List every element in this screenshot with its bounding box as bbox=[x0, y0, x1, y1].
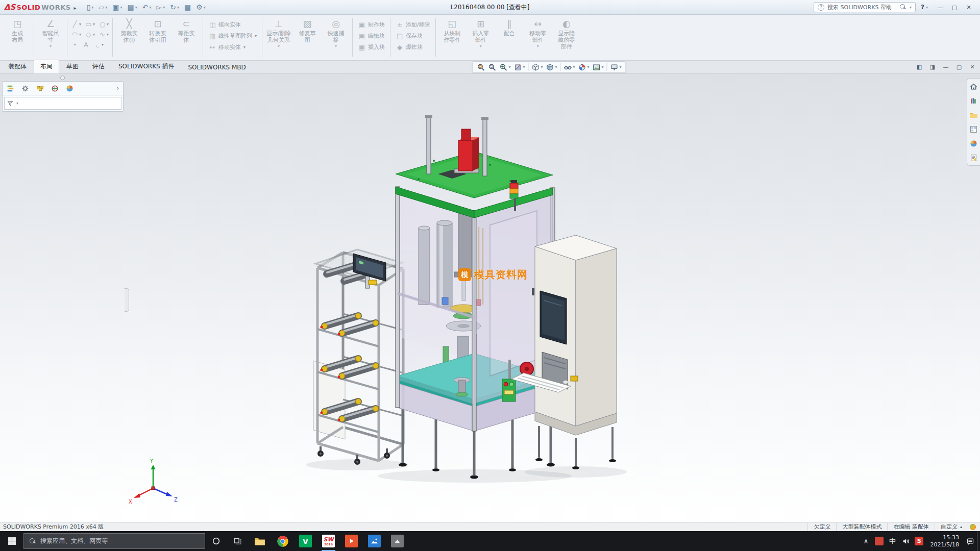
edit-block-button[interactable]: ▣编辑块 bbox=[355, 31, 387, 41]
minimize-button[interactable]: — bbox=[933, 2, 947, 13]
move-component-button[interactable]: ↔移动零部件▾ bbox=[524, 16, 552, 59]
sketch-rectangle-button[interactable]: ▭▾ bbox=[84, 20, 96, 29]
graphics-area[interactable]: X Y Z bbox=[0, 74, 980, 522]
add-remove-entities-button[interactable]: ±添加/移除 bbox=[393, 20, 433, 30]
sketch-fillet-button[interactable]: ◟▾ bbox=[92, 40, 105, 49]
zoom-to-fit-button[interactable] bbox=[475, 63, 486, 72]
tab-configurationmanager[interactable] bbox=[35, 83, 45, 93]
show-desktop-button[interactable] bbox=[977, 531, 980, 551]
show-hidden-components-button[interactable]: ◐显示隐藏的零部件 bbox=[553, 16, 580, 59]
featuremanager-rollback-handle[interactable] bbox=[60, 76, 65, 80]
tray-tray-app-red[interactable] bbox=[873, 531, 886, 551]
cabinet-monitor[interactable] bbox=[540, 291, 567, 344]
taskbar-app-solidworks-2016[interactable]: SW2016 bbox=[317, 531, 340, 551]
section-view-button[interactable]: ▾ bbox=[512, 63, 526, 72]
make-part-from-block-button[interactable]: ◱从块制作零件 bbox=[438, 16, 466, 59]
file-properties-button[interactable]: ▦ bbox=[182, 3, 193, 12]
featuremanager-filter[interactable]: ▾ bbox=[4, 97, 121, 110]
tray-ime-chinese[interactable]: 中 bbox=[886, 531, 899, 551]
mate-button[interactable]: ∥配合 bbox=[496, 16, 523, 59]
pane-right-button[interactable]: ◨ bbox=[926, 62, 939, 71]
taskpane-tab-solidworks-resources[interactable] bbox=[969, 81, 979, 91]
featuremanager-expand-arrow[interactable]: › bbox=[115, 85, 120, 92]
tab-solidworks-mbd[interactable]: SOLIDWORKS MBD bbox=[181, 61, 252, 73]
tab-propertymanager[interactable] bbox=[20, 83, 30, 93]
taskbar-app-viewer-app[interactable] bbox=[386, 531, 409, 551]
view-orientation-button[interactable]: ▾ bbox=[530, 63, 544, 72]
mirror-entities-button[interactable]: ◫镜向实体 bbox=[206, 20, 259, 30]
apply-scene-button[interactable]: ▾ bbox=[591, 63, 605, 72]
tab-layout[interactable]: 布局 bbox=[34, 60, 59, 73]
statusbar-custom-button[interactable]: 自定义 ▴ bbox=[935, 523, 968, 531]
help-search-box[interactable]: ? 搜索 SOLIDWORKS 帮助 ▾ bbox=[814, 2, 916, 12]
insert-components-button[interactable]: ⊞插入零部件▾ bbox=[467, 16, 495, 59]
sketch-point-button[interactable]: • bbox=[70, 40, 80, 49]
sketch-text-button[interactable]: A bbox=[81, 40, 91, 49]
previous-view-button[interactable]: ▾ bbox=[498, 63, 512, 72]
filter-dropdown-icon[interactable]: ▾ bbox=[16, 101, 18, 106]
graphics-viewport[interactable]: X Y Z › ▾ 模 模具资料网 bbox=[0, 74, 980, 522]
sketch-arc-button[interactable]: ◠▾ bbox=[70, 30, 82, 39]
taskpane-tab-file-explorer[interactable] bbox=[969, 110, 979, 120]
search-dropdown-icon[interactable]: ▾ bbox=[910, 5, 912, 10]
sketch-polygon-button[interactable]: ◇▾ bbox=[84, 30, 96, 39]
roller-rack[interactable] bbox=[313, 249, 403, 465]
tab-dimxpertmanager[interactable] bbox=[50, 83, 60, 93]
sketch-circle-button[interactable]: ○▾ bbox=[97, 20, 110, 29]
display-delete-relations-button[interactable]: ⊥显示/删除几何关系▾ bbox=[265, 16, 292, 59]
start-button[interactable] bbox=[0, 531, 23, 551]
edit-appearance-button[interactable]: ▾ bbox=[577, 63, 591, 72]
tab-sketch[interactable]: 草图 bbox=[60, 60, 85, 73]
view-settings-button[interactable]: ▾ bbox=[609, 63, 623, 72]
save-document-button[interactable]: ▣▾ bbox=[110, 3, 124, 12]
tab-featuremanager-tree[interactable] bbox=[5, 83, 15, 93]
insert-block-button[interactable]: ▣插入块 bbox=[355, 42, 387, 52]
tray-volume[interactable] bbox=[899, 531, 913, 551]
tab-solidworks-addins[interactable]: SOLIDWORKS 插件 bbox=[112, 60, 181, 73]
hide-show-items-button[interactable]: ▾ bbox=[562, 63, 577, 72]
taskbar-app-media-player[interactable] bbox=[340, 531, 363, 551]
explode-block-button[interactable]: ◆爆炸块 bbox=[393, 42, 433, 52]
sketch-spline-button[interactable]: ∿▾ bbox=[97, 30, 110, 39]
print-document-button[interactable]: ▤▾ bbox=[125, 3, 139, 12]
select-button[interactable]: ▻▾ bbox=[154, 3, 167, 12]
linear-sketch-pattern-button[interactable]: ▦线性草图阵列▾ bbox=[206, 31, 259, 41]
convert-entities-button[interactable]: ⊡转换实体引用 bbox=[144, 16, 172, 59]
taskbar-search-box[interactable]: 搜索应用、文档、网页等 bbox=[23, 533, 205, 549]
pane-left-button[interactable]: ◧ bbox=[913, 62, 925, 71]
tab-displaymanager[interactable] bbox=[64, 83, 75, 93]
taskbar-clock[interactable]: 15:33 2021/5/18 bbox=[926, 534, 964, 548]
tab-evaluate[interactable]: 评估 bbox=[86, 60, 111, 73]
hidden-icons-button[interactable]: ∧ bbox=[860, 531, 873, 551]
taskpane-tab-design-library[interactable] bbox=[969, 95, 979, 106]
undo-button[interactable]: ↶▾ bbox=[140, 3, 154, 12]
new-document-button[interactable]: ▯▾ bbox=[85, 3, 96, 12]
taskbar-app-v-app[interactable]: V bbox=[294, 531, 317, 551]
smart-dimension-button[interactable]: ∠智能尺寸▾ bbox=[37, 16, 64, 59]
sketch-line-button[interactable]: ╱▾ bbox=[70, 20, 82, 29]
help-button[interactable]: ? ▾ bbox=[919, 4, 930, 11]
tab-assembly[interactable]: 装配体 bbox=[2, 60, 33, 73]
menu-flyout-arrow-icon[interactable]: ▸ bbox=[74, 5, 77, 11]
taskbar-app-chrome[interactable] bbox=[271, 531, 294, 551]
rebuild-button[interactable]: ↻▾ bbox=[168, 3, 181, 12]
minimize-document-button[interactable]: — bbox=[940, 62, 952, 71]
open-document-button[interactable]: ▱▾ bbox=[96, 3, 109, 12]
close-button[interactable]: ✕ bbox=[962, 2, 976, 13]
resource-monitor-icon[interactable] bbox=[970, 524, 976, 530]
close-document-button[interactable]: ✕ bbox=[966, 62, 978, 71]
task-view-button[interactable] bbox=[227, 531, 248, 551]
trim-entities-button[interactable]: ╳剪裁实体(I) bbox=[115, 16, 143, 59]
taskpane-tab-custom-properties[interactable] bbox=[969, 153, 979, 163]
action-center-button[interactable] bbox=[964, 531, 977, 551]
make-block-button[interactable]: ▣制作块 bbox=[355, 20, 387, 30]
panel-splitter-handle[interactable] bbox=[125, 288, 129, 312]
taskbar-app-file-explorer[interactable] bbox=[248, 531, 271, 551]
display-style-button[interactable]: ▾ bbox=[544, 63, 558, 72]
repair-sketch-button[interactable]: ▧修复草图 bbox=[293, 16, 321, 59]
zoom-to-area-button[interactable] bbox=[486, 63, 498, 72]
tray-sogou-input[interactable]: S bbox=[913, 531, 926, 551]
taskpane-tab-view-palette[interactable] bbox=[969, 124, 979, 134]
save-block-button[interactable]: ▤保存块 bbox=[393, 31, 433, 41]
quick-snaps-button[interactable]: ◎快速捕捉▾ bbox=[322, 16, 350, 59]
